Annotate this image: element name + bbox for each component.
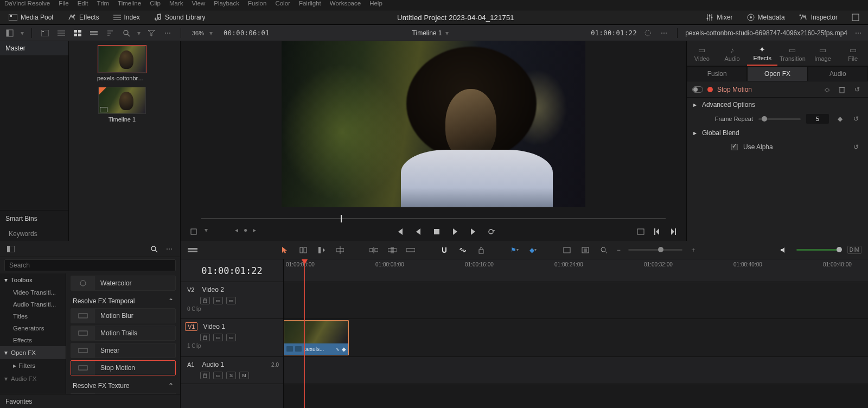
trash-icon[interactable]: [837, 84, 847, 95]
advanced-options-row[interactable]: ▸Advanced Options: [687, 98, 868, 112]
insert-icon[interactable]: [368, 245, 379, 256]
panel-layout-icon[interactable]: [5, 244, 16, 254]
viewer-image[interactable]: [282, 41, 585, 207]
category-item[interactable]: Titles: [0, 310, 66, 322]
menu-file[interactable]: File: [59, 0, 69, 7]
sort-icon[interactable]: [105, 28, 116, 39]
view-thumb-icon[interactable]: [72, 28, 83, 39]
inspector-tab-audio[interactable]: ♪Audio: [717, 41, 748, 66]
inspector-subtab-open-fx[interactable]: Open FX: [747, 66, 807, 81]
effects-search-input[interactable]: [4, 259, 176, 271]
disable-video-icon[interactable]: ▭: [226, 297, 236, 304]
reset-icon[interactable]: ↺: [851, 113, 861, 124]
frame-repeat-slider[interactable]: [758, 118, 801, 120]
timeline-name[interactable]: Timeline 1: [412, 29, 442, 37]
timeline-zoom-slider[interactable]: [628, 249, 682, 251]
fx-group-header[interactable]: Resolve FX Texture⌃: [71, 378, 176, 393]
effects-button[interactable]: Effects: [64, 12, 102, 23]
bin-master[interactable]: Master: [0, 41, 68, 55]
inspector-button[interactable]: Inspector: [796, 12, 841, 23]
timeline-timecode[interactable]: 01:00:01:22: [181, 259, 283, 282]
loop-icon[interactable]: [487, 226, 497, 237]
effect-item[interactable]: Stop Motion: [71, 360, 176, 375]
sound-library-button[interactable]: Sound Library: [151, 12, 209, 23]
menu-edit[interactable]: Edit: [78, 0, 88, 7]
bin-smartbins[interactable]: Smart Bins: [0, 210, 68, 227]
auto-select-icon[interactable]: ▭: [213, 297, 223, 304]
track-lane-a1[interactable]: [284, 357, 868, 384]
menu-workspace[interactable]: Workspace: [330, 0, 361, 7]
index-button[interactable]: Index: [110, 12, 143, 23]
trim-tool-icon[interactable]: [298, 245, 309, 256]
inspector-tab-file[interactable]: ▭File: [838, 41, 868, 66]
openfx-header[interactable]: ▾Open FX: [0, 346, 66, 359]
media-pool-button[interactable]: Media Pool: [5, 12, 56, 23]
reset-icon[interactable]: ↺: [852, 84, 863, 95]
frame-repeat-value[interactable]: 5: [806, 114, 829, 124]
track-header-v2[interactable]: V2Video 2 ▭ ▭ 0 Clip: [181, 282, 283, 319]
play-icon[interactable]: [450, 226, 461, 237]
search-icon[interactable]: [149, 244, 159, 254]
dynamic-trim-icon[interactable]: [316, 245, 327, 256]
effect-item[interactable]: Motion Trails: [71, 326, 176, 341]
effect-item[interactable]: Motion Blur: [71, 308, 176, 323]
more-icon[interactable]: ⋯: [164, 244, 175, 254]
favorites-section[interactable]: Favorites: [0, 394, 180, 408]
selection-tool-icon[interactable]: [279, 245, 290, 256]
mute-icon[interactable]: [778, 245, 789, 256]
view-list-icon[interactable]: [56, 28, 67, 39]
inspector-tab-effects[interactable]: ✦Effects: [747, 41, 777, 66]
prev-edit-icon[interactable]: ◂: [235, 226, 238, 237]
track-lane-v2[interactable]: [284, 282, 868, 319]
category-item[interactable]: Video Transiti...: [0, 286, 66, 298]
more-icon[interactable]: ⋯: [162, 28, 173, 39]
effect-enable-toggle[interactable]: [692, 86, 703, 93]
toolbox-header[interactable]: ▾Toolbox: [0, 273, 66, 286]
menu-davinci-resolve[interactable]: DaVinci Resolve: [4, 0, 50, 7]
zoom-custom-icon[interactable]: [598, 245, 609, 256]
more-icon[interactable]: ⋯: [659, 28, 669, 39]
lock-icon[interactable]: [200, 297, 210, 304]
more-icon[interactable]: ⋯: [853, 28, 864, 39]
inspector-subtab-audio[interactable]: Audio: [808, 66, 868, 81]
layout-menu-icon[interactable]: [4, 28, 15, 39]
menu-mark[interactable]: Mark: [169, 0, 183, 7]
stop-icon[interactable]: [431, 226, 442, 237]
go-start-icon[interactable]: [394, 226, 405, 237]
menu-view[interactable]: View: [192, 0, 206, 7]
cat-filters[interactable]: ▸Filters: [0, 359, 66, 372]
menu-help[interactable]: Help: [369, 0, 382, 7]
curve-icon[interactable]: ∿: [335, 346, 340, 352]
flag-icon[interactable]: ⚑▾: [509, 245, 520, 256]
menu-timeline[interactable]: Timeline: [118, 0, 141, 7]
menu-trim[interactable]: Trim: [97, 0, 110, 7]
gamut-icon[interactable]: [642, 28, 653, 39]
keyframe-icon[interactable]: ◇: [821, 84, 832, 95]
link-icon[interactable]: [457, 245, 468, 256]
effect-item[interactable]: Smear: [71, 343, 176, 358]
go-end-icon[interactable]: [468, 226, 479, 237]
next-edit-icon[interactable]: ▸: [253, 226, 256, 237]
menu-playback[interactable]: Playback: [214, 0, 239, 7]
menu-clip[interactable]: Clip: [150, 0, 161, 7]
category-item[interactable]: Generators: [0, 322, 66, 334]
lock-icon[interactable]: [476, 245, 487, 256]
expand-button[interactable]: [848, 12, 863, 23]
track-lane-v1[interactable]: pexels...∿◆: [284, 319, 868, 357]
marker-dot-icon[interactable]: ●: [244, 226, 247, 237]
inspector-tab-video[interactable]: ▭Video: [687, 41, 717, 66]
zoom-full-icon[interactable]: [561, 245, 572, 256]
inspector-tab-image[interactable]: ▭Image: [808, 41, 838, 66]
lock-icon[interactable]: [200, 372, 210, 379]
inspector-tab-transition[interactable]: ▭Transition: [777, 41, 808, 66]
mute-button[interactable]: M: [239, 372, 249, 379]
effect-item[interactable]: Watercolor: [71, 276, 176, 291]
match-frame-icon[interactable]: [635, 226, 646, 237]
lock-icon[interactable]: [200, 334, 210, 341]
viewer-zoom[interactable]: 36%: [192, 30, 204, 36]
timeline-clip[interactable]: pexels...∿◆: [284, 320, 349, 355]
timeline-ruler[interactable]: 01:00:00:0001:00:08:0001:00:16:0001:00:2…: [284, 259, 868, 282]
fx-group-header[interactable]: Resolve FX Temporal⌃: [71, 293, 176, 308]
track-header-v1[interactable]: V1Video 1 ▭ ▭ 1 Clip: [181, 319, 283, 357]
metadata-button[interactable]: Metadata: [744, 12, 788, 23]
